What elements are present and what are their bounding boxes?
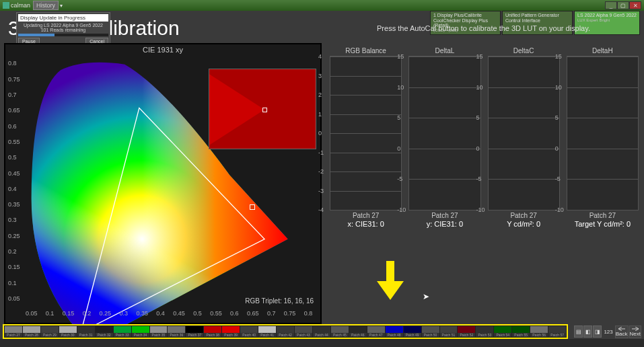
patch-swatch[interactable]: Patch 53 <box>476 326 493 337</box>
mini-chart-title: DeltaL <box>408 47 480 54</box>
patch-swatch[interactable]: Patch 35 <box>150 326 168 337</box>
patch-swatch[interactable]: Patch 33 <box>114 326 131 337</box>
patch-swatch[interactable]: Patch 56 <box>530 326 548 337</box>
mini-chart-plot[interactable]: 43210-1-2-3-4 <box>330 56 402 210</box>
patch-swatch[interactable]: Patch 49 <box>404 326 421 337</box>
patch-swatch[interactable]: Patch 29 <box>41 326 59 337</box>
patch-color <box>5 326 22 333</box>
maximize-button[interactable]: ▢ <box>617 1 629 9</box>
patch-swatch[interactable]: Patch 50 <box>422 326 439 337</box>
patch-swatch[interactable]: Patch 28 <box>23 326 40 337</box>
mini-chart-title: DeltaC <box>488 47 560 54</box>
patch-label: Patch 28 <box>23 333 40 337</box>
patch-swatch[interactable]: Patch 57 <box>548 326 566 337</box>
nav-count: 123 <box>602 329 614 335</box>
patch-swatch[interactable]: Patch 31 <box>77 326 95 337</box>
x-tick: 0.2 <box>83 310 92 317</box>
close-button[interactable]: ✕ <box>629 1 641 9</box>
mini-ytick: -1 <box>318 149 324 156</box>
patch-label: Patch 48 <box>386 333 403 337</box>
patch-swatch[interactable]: Patch 42 <box>277 326 294 337</box>
patch-color <box>367 326 385 333</box>
y-tick: 0.1 <box>8 280 17 286</box>
patch-label: Patch 42 <box>277 333 294 337</box>
mini-chart-plot[interactable]: 151050-5-10 <box>408 56 480 210</box>
nav-icon-3[interactable]: ◨ <box>593 325 602 338</box>
y-tick: 0.15 <box>8 264 20 270</box>
cie-inset <box>209 69 316 149</box>
patch-swatch[interactable]: Patch 30 <box>59 326 77 337</box>
mini-ytick: 0 <box>555 145 559 152</box>
patch-color <box>386 326 403 333</box>
patch-swatch[interactable]: Patch 48 <box>386 326 403 337</box>
patch-swatch[interactable]: Patch 54 <box>494 326 511 337</box>
patch-label: Patch 35 <box>150 333 168 337</box>
patch-label: Patch 51 <box>440 333 458 337</box>
x-tick: 0.25 <box>100 310 112 317</box>
patch-color <box>277 326 294 333</box>
patch-label: Patch 36 <box>168 333 185 337</box>
patch-swatch[interactable]: Patch 32 <box>96 326 113 337</box>
patch-label: Patch 57 <box>548 333 566 337</box>
mini-chart-value: Target Y cd/m²: 0 <box>567 220 639 228</box>
mini-ytick: 10 <box>476 84 483 91</box>
patch-color <box>440 326 458 333</box>
patch-label: Patch 32 <box>96 333 113 337</box>
patch-color <box>494 326 511 333</box>
mini-chart-value: Y cd/m²: 0 <box>488 220 560 228</box>
patch-swatch[interactable]: Patch 41 <box>258 326 276 337</box>
progress-field[interactable]: Display Update in Progress <box>18 14 108 22</box>
y-tick: 0.8 <box>8 60 17 67</box>
mini-ytick: 5 <box>555 114 559 121</box>
minimize-button[interactable]: _ <box>605 1 617 9</box>
patch-swatch[interactable]: Patch 34 <box>132 326 149 337</box>
nav-icon-1[interactable]: ▤ <box>574 325 583 338</box>
patch-swatch[interactable]: Patch 27 <box>5 326 22 337</box>
patch-label: Patch 43 <box>295 333 312 337</box>
patch-color <box>331 326 349 333</box>
patch-swatch[interactable]: Patch 37 <box>186 326 203 337</box>
nav-icon-2[interactable]: ◧ <box>583 325 592 338</box>
next-button[interactable]: Next <box>629 325 641 338</box>
patch-label: Patch 40 <box>240 333 258 337</box>
history-chevron-icon[interactable]: ▾ <box>60 3 63 9</box>
y-tick: 0.35 <box>8 201 20 208</box>
patch-color <box>295 326 312 333</box>
patch-swatch[interactable]: Patch 47 <box>367 326 385 337</box>
cie-chart[interactable]: 0.80.750.70.650.60.550.50.450.40.350.30.… <box>5 55 320 321</box>
mini-chart-value: x: CIE31: 0 <box>330 220 402 228</box>
patch-label: Patch 46 <box>349 333 367 337</box>
patch-swatch[interactable]: Patch 51 <box>440 326 458 337</box>
x-tick: 0.65 <box>247 310 259 317</box>
mini-chart-plot[interactable]: 151050-5-10 <box>567 56 639 210</box>
patch-label: Patch 27 <box>5 333 22 337</box>
patch-swatch[interactable]: Patch 36 <box>168 326 185 337</box>
back-button[interactable]: Back <box>615 325 629 338</box>
mini-chart-plot[interactable]: 151050-5-10 <box>488 56 560 210</box>
patch-label: Patch 33 <box>114 333 131 337</box>
patch-color <box>77 326 95 333</box>
inset-target-marker <box>262 108 267 112</box>
annotation-arrow-icon <box>377 261 404 308</box>
mini-chart: DeltaC151050-5-10Patch 27Y cd/m²: 0 <box>488 47 560 228</box>
patch-swatch[interactable]: Patch 45 <box>331 326 349 337</box>
patch-swatch[interactable]: Patch 55 <box>512 326 530 337</box>
patch-swatch[interactable]: Patch 39 <box>222 326 240 337</box>
patch-swatch[interactable]: Patch 38 <box>204 326 221 337</box>
mini-ytick: 2 <box>318 91 322 98</box>
x-tick: 0.15 <box>63 310 75 317</box>
cursor-icon: ➤ <box>423 292 429 301</box>
patch-swatch[interactable]: Patch 40 <box>240 326 258 337</box>
patch-swatch[interactable]: Patch 52 <box>458 326 475 337</box>
patch-color <box>548 326 566 333</box>
patch-swatch[interactable]: Patch 43 <box>295 326 312 337</box>
patch-swatch[interactable]: Patch 46 <box>349 326 367 337</box>
patch-strip[interactable]: Patch 27Patch 28Patch 29Patch 30Patch 31… <box>3 324 568 339</box>
y-tick: 0.75 <box>8 76 20 83</box>
history-button[interactable]: History <box>33 1 59 10</box>
patch-swatch[interactable]: Patch 44 <box>313 326 330 337</box>
tab-sublabel: LUX Expert Bright <box>577 18 637 23</box>
y-tick: 0.6 <box>8 123 17 130</box>
progress-status-2: 101 Reads remaining <box>18 28 108 32</box>
nav-bar: ▤ ◧ ◨ 123 Back Next <box>574 324 641 339</box>
